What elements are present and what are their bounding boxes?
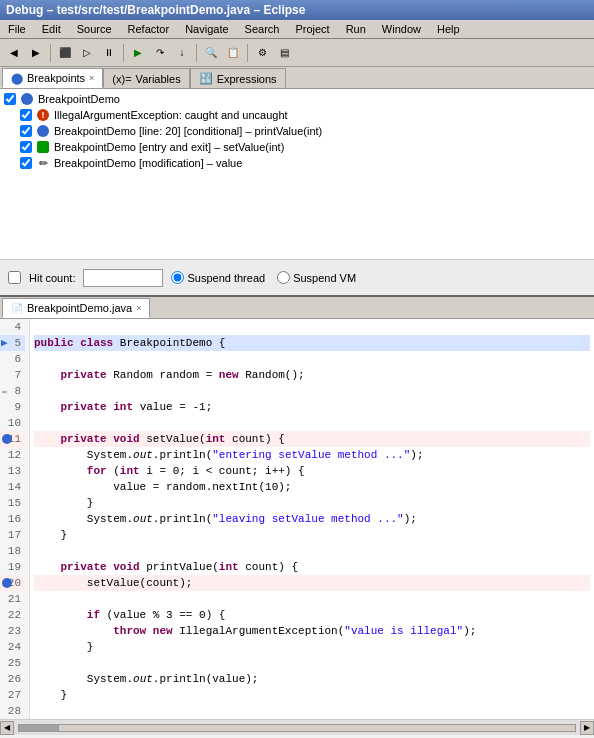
code-line-13: for (int i = 0; i < count; i++) { <box>34 463 590 479</box>
menu-window[interactable]: Window <box>378 22 425 36</box>
code-line-28 <box>34 703 590 719</box>
suspend-vm-label[interactable]: Suspend VM <box>277 271 356 284</box>
menu-run[interactable]: Run <box>342 22 370 36</box>
horizontal-scrollbar[interactable]: ◀ ▶ <box>0 719 594 735</box>
toolbar-btn-8[interactable]: ⚙ <box>252 43 272 63</box>
bp-label-line20: BreakpointDemo [line: 20] [conditional] … <box>54 125 322 137</box>
bp-item-entry[interactable]: BreakpointDemo [entry and exit] – setVal… <box>16 139 594 155</box>
editor-filename: BreakpointDemo.java <box>27 302 132 314</box>
gutter-24: 24 <box>0 639 25 655</box>
bp-checkbox-entry[interactable] <box>20 141 32 153</box>
gutter-23: 23 <box>0 623 25 639</box>
toolbar-btn-4[interactable]: ▷ <box>77 43 97 63</box>
line-number-gutter: 4 ▶ 5 6 7 ✏ 8 9 <box>0 319 30 719</box>
code-line-27: } <box>34 687 590 703</box>
gutter-28: 28 <box>0 703 25 719</box>
gutter-21: 21 <box>0 591 25 607</box>
tab-expressions[interactable]: 🔣 Expressions <box>190 68 286 88</box>
code-line-10 <box>34 415 590 431</box>
suspend-vm-text: Suspend VM <box>293 272 356 284</box>
gutter-12: 12 <box>0 447 25 463</box>
gutter-22: 22 <box>0 607 25 623</box>
menu-file[interactable]: File <box>4 22 30 36</box>
menu-edit[interactable]: Edit <box>38 22 65 36</box>
code-line-11: private void setValue(int count) { <box>34 431 590 447</box>
menu-search[interactable]: Search <box>241 22 284 36</box>
bp-icon-line20 <box>36 124 50 138</box>
gutter-7: 7 <box>0 367 25 383</box>
code-line-19: private void printValue(int count) { <box>34 559 590 575</box>
file-icon: 📄 <box>11 303 23 314</box>
bp-icon-exception: ! <box>36 108 50 122</box>
toolbar-stepover[interactable]: ↷ <box>150 43 170 63</box>
title-text: Debug – test/src/test/BreakpointDemo.jav… <box>6 3 305 17</box>
menu-refactor[interactable]: Refactor <box>124 22 174 36</box>
code-line-26: System.out.println(value); <box>34 671 590 687</box>
toolbar-btn-1[interactable]: ◀ <box>4 43 24 63</box>
menu-project[interactable]: Project <box>291 22 333 36</box>
gutter-20: 20 <box>0 575 25 591</box>
gutter-16: 16 <box>0 511 25 527</box>
tab-editor-file[interactable]: 📄 BreakpointDemo.java × <box>2 298 150 318</box>
toolbar-btn-7[interactable]: 📋 <box>223 43 243 63</box>
bp-checkbox-class[interactable] <box>4 93 16 105</box>
scroll-thumb[interactable] <box>19 725 59 731</box>
scroll-right-btn[interactable]: ▶ <box>580 721 594 735</box>
toolbar-btn-3[interactable]: ⬛ <box>55 43 75 63</box>
toolbar-btn-6[interactable]: 🔍 <box>201 43 221 63</box>
gutter-17: 17 <box>0 527 25 543</box>
menu-navigate[interactable]: Navigate <box>181 22 232 36</box>
hit-count-checkbox[interactable] <box>8 271 21 284</box>
bp-checkbox-mod[interactable] <box>20 157 32 169</box>
menu-help[interactable]: Help <box>433 22 464 36</box>
gutter-15: 15 <box>0 495 25 511</box>
code-line-14: value = random.nextInt(10); <box>34 479 590 495</box>
tab-breakpoints-close[interactable]: × <box>89 73 94 83</box>
bp-item-mod[interactable]: ✏ BreakpointDemo [modification] – value <box>16 155 594 171</box>
code-line-25 <box>34 655 590 671</box>
suspend-vm-radio[interactable] <box>277 271 290 284</box>
tab-breakpoints[interactable]: ⬤ Breakpoints × <box>2 68 103 88</box>
toolbar-btn-2[interactable]: ▶ <box>26 43 46 63</box>
code-area[interactable]: 4 ▶ 5 6 7 ✏ 8 9 <box>0 319 594 719</box>
editor-tab-close[interactable]: × <box>136 303 141 313</box>
bp-icon-mod: ✏ <box>36 156 50 170</box>
gutter-27: 27 <box>0 687 25 703</box>
code-line-5: public class BreakpointDemo { <box>34 335 590 351</box>
toolbar-btn-5[interactable]: ⏸ <box>99 43 119 63</box>
code-content[interactable]: public class BreakpointDemo { private Ra… <box>30 319 594 719</box>
code-line-17: } <box>34 527 590 543</box>
suspend-thread-radio[interactable] <box>171 271 184 284</box>
code-line-18 <box>34 543 590 559</box>
bp-item-line20[interactable]: BreakpointDemo [line: 20] [conditional] … <box>16 123 594 139</box>
bp-item-class[interactable]: BreakpointDemo <box>0 91 594 107</box>
toolbar-btn-9[interactable]: ▤ <box>274 43 294 63</box>
tab-variables[interactable]: (x)= Variables <box>103 68 189 88</box>
code-line-4 <box>34 319 590 335</box>
toolbar-stepinto[interactable]: ↓ <box>172 43 192 63</box>
code-line-24: } <box>34 639 590 655</box>
menu-bar: File Edit Source Refactor Navigate Searc… <box>0 20 594 39</box>
bp-checkbox-exception[interactable] <box>20 109 32 121</box>
bp-marker-20 <box>2 578 12 588</box>
bp-item-exception[interactable]: ! IllegalArgumentException: caught and u… <box>16 107 594 123</box>
bp-label-exception: IllegalArgumentException: caught and unc… <box>54 109 288 121</box>
hit-count-input[interactable] <box>83 269 163 287</box>
current-arrow-marker: ▶ <box>1 335 8 351</box>
bp-label-class: BreakpointDemo <box>38 93 120 105</box>
editor-tab-strip: 📄 BreakpointDemo.java × <box>0 297 594 319</box>
hit-count-label: Hit count: <box>29 272 75 284</box>
scroll-track[interactable] <box>18 724 576 732</box>
tab-breakpoints-label: Breakpoints <box>27 72 85 84</box>
code-line-15: } <box>34 495 590 511</box>
code-line-6 <box>34 351 590 367</box>
toolbar-resume[interactable]: ▶ <box>128 43 148 63</box>
tab-expressions-icon: 🔣 <box>199 72 213 85</box>
suspend-thread-label[interactable]: Suspend thread <box>171 271 265 284</box>
bp-checkbox-line20[interactable] <box>20 125 32 137</box>
scroll-left-btn[interactable]: ◀ <box>0 721 14 735</box>
code-line-9: private int value = -1; <box>34 399 590 415</box>
gutter-18: 18 <box>0 543 25 559</box>
gutter-10: 10 <box>0 415 25 431</box>
menu-source[interactable]: Source <box>73 22 116 36</box>
